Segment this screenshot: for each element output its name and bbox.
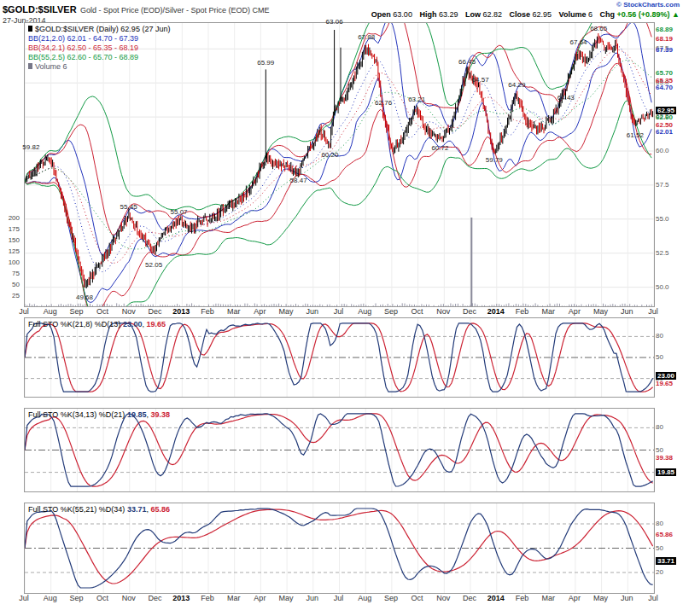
x-axis-month-label: May — [593, 594, 608, 602]
stochastic-canvas-2 — [25, 409, 654, 491]
volume-axis-label: 25 — [12, 292, 20, 299]
price-annotation: 61.52 — [627, 132, 644, 139]
price-annotation: 63.06 — [326, 19, 343, 26]
stochastic-legend-label: Full STO %K(55,21) %D(34) — [28, 505, 127, 514]
price-annotation: 59.79 — [486, 157, 503, 164]
x-axis-month-label: Aug — [44, 307, 57, 316]
legend-row: BB(55,2.5) 62.60 - 65.70 - 68.89 — [28, 53, 170, 62]
price-annotation: 55.45 — [120, 204, 137, 211]
ohlc-quote: Open 63.00 High 63.29 Low 62.82 Close 62… — [366, 10, 680, 19]
chg-label: Chg — [600, 10, 616, 19]
price-axis-label: 55.0 — [656, 215, 669, 223]
x-axis-month-label: Mar — [541, 594, 555, 602]
price-annotation: 67.64 — [570, 39, 587, 46]
chg-value: +0.56 (+0.89%) — [617, 10, 670, 19]
candlestick-icon — [28, 26, 32, 32]
title-block: $GOLD:$SILVER Gold - Spot Price (EOD)/Si… — [3, 1, 270, 25]
x-axis-year-label: 2013 — [172, 594, 190, 602]
stochastic-axis-3: 80502065.8633.71 — [656, 503, 683, 592]
x-axis-month-label: Sep — [69, 594, 83, 602]
x-axis-month-label: Dec — [149, 594, 162, 602]
stochastic-axis-label: 50 — [656, 353, 663, 361]
panel-full-sto-1: Full STO %K(21,8) %D(13) 23.00, 19.65 — [24, 317, 655, 398]
price-annotation: 64.43 — [557, 95, 575, 102]
band-value-tag: 64.70 — [656, 84, 673, 91]
stochastic-canvas-3 — [25, 503, 654, 593]
x-axis-month-label: May — [279, 307, 294, 316]
x-axis-month-label: Sep — [384, 594, 398, 602]
panel-legend-3: Full STO %K(55,21) %D(34) 33.71, 65.86 — [28, 505, 170, 514]
stochastic-legend-label: Full STO %K(34,13) %D(21) — [28, 410, 127, 419]
price-axis: 50.052.555.057.560.062.565.067.568.8968.… — [656, 22, 683, 305]
stochastic-k-value: 19.85 — [127, 410, 147, 419]
open-label: Open — [371, 10, 391, 19]
price-annotation: 52.05 — [145, 262, 162, 269]
volume-axis-label: 150 — [9, 236, 20, 244]
x-axis-month-label: Apr — [569, 594, 581, 602]
stockcharts-page: $GOLD:$SILVER Gold - Spot Price (EOD)/Si… — [0, 0, 683, 616]
x-axis-year-label: 2014 — [487, 594, 505, 602]
symbol-description: Gold - Spot Price (EOD)/Silver - Spot Pr… — [80, 6, 270, 15]
x-axis-month-label: Nov — [122, 307, 136, 316]
stochastic-k-tag: 19.85 — [656, 468, 676, 476]
volume-axis-label: 200 — [9, 214, 20, 222]
low-label: Low — [465, 10, 481, 19]
x-axis-month-label: Mar — [227, 307, 241, 316]
volume-icon — [28, 63, 32, 69]
x-axis-month-label: Aug — [358, 594, 371, 602]
panel-legend-2: Full STO %K(34,13) %D(21) 19.85, 39.38 — [28, 410, 170, 419]
volume-axis-label: 75 — [12, 270, 20, 277]
legend-row: BB(34,2.1) 62.50 - 65.35 - 68.19 — [28, 44, 170, 53]
price-annotation: 49.68 — [76, 294, 93, 301]
x-axis-month-label: Oct — [412, 307, 423, 316]
x-axis-month-label: Oct — [96, 307, 108, 316]
up-arrow-icon: ▲ — [672, 10, 680, 19]
legend-text: BB(21,2.0) 62.01 - 64.70 - 67.39 — [28, 34, 138, 43]
high-value: 63.29 — [439, 10, 458, 19]
x-axis-month-label: Mar — [541, 307, 555, 316]
x-axis-month-label: Mar — [227, 594, 241, 602]
x-axis-month-label: Nov — [436, 307, 450, 316]
panel-full-sto-2: Full STO %K(34,13) %D(21) 19.85, 39.38 — [24, 408, 655, 492]
stochastic-axis-label: 20 — [656, 568, 663, 576]
band-value-tag: 62.01 — [656, 128, 673, 136]
chart-legend: $GOLD:$SILVER (Daily) 62.95 (27 Jun)BB(2… — [28, 25, 170, 72]
x-axis-month-label: Sep — [69, 307, 83, 316]
x-axis-month-label: Jul — [334, 307, 344, 316]
stochastic-axis-label: 50 — [656, 446, 663, 454]
price-axis-label: 60.0 — [656, 147, 669, 154]
x-axis-month-label: Jul — [648, 307, 658, 316]
x-axis-month-label: Dec — [149, 307, 162, 316]
x-axis-month-label: Jul — [19, 594, 29, 602]
x-axis-month-label: Dec — [463, 594, 476, 602]
volume-axis-label: 100 — [9, 259, 20, 266]
volume-axis: 200175150125100755025 — [0, 22, 21, 305]
price-annotation: 68.65 — [590, 26, 607, 32]
x-axis-month-label: Dec — [463, 307, 476, 316]
x-axis-month-label: Apr — [254, 594, 266, 602]
stochastic-d-value: 65.86 — [150, 505, 170, 514]
low-value: 62.82 — [482, 10, 502, 19]
stochastic-d-value: 39.38 — [150, 410, 170, 419]
stochastic-d-value: 19.65 — [146, 320, 166, 328]
x-axis-month-label: Feb — [201, 594, 214, 602]
legend-row: $GOLD:$SILVER (Daily) 62.95 (27 Jun) — [28, 25, 170, 34]
price-annotation: 59.82 — [22, 144, 39, 151]
panel-full-sto-3: Full STO %K(55,21) %D(34) 33.71, 65.86 — [24, 503, 655, 594]
close-value: 62.95 — [533, 10, 552, 19]
price-annotation: 67.88 — [358, 34, 375, 41]
x-axis-month-label: May — [279, 594, 294, 602]
stockcharts-copyright-link[interactable]: © StockCharts.com — [616, 1, 680, 9]
legend-text: BB(34,2.1) 62.50 - 65.35 - 68.19 — [28, 44, 138, 52]
band-value-tag: 68.89 — [656, 26, 673, 33]
main-price-plot: 59.8249.6855.4552.0555.0765.9958.4760.20… — [24, 22, 655, 307]
stochastic-axis-label: 80 — [656, 423, 663, 431]
legend-row: BB(21,2.0) 62.01 - 64.70 - 67.39 — [28, 34, 170, 44]
open-value: 63.00 — [393, 10, 412, 19]
stochastic-axis-2: 80502039.3819.85 — [656, 408, 683, 491]
price-axis-label: 50.0 — [656, 283, 669, 291]
x-axis-month-label: Oct — [412, 594, 423, 602]
price-annotation: 62.76 — [375, 100, 392, 107]
x-axis-month-label: Jul — [19, 307, 29, 316]
x-axis-year-label: 2013 — [172, 307, 190, 316]
